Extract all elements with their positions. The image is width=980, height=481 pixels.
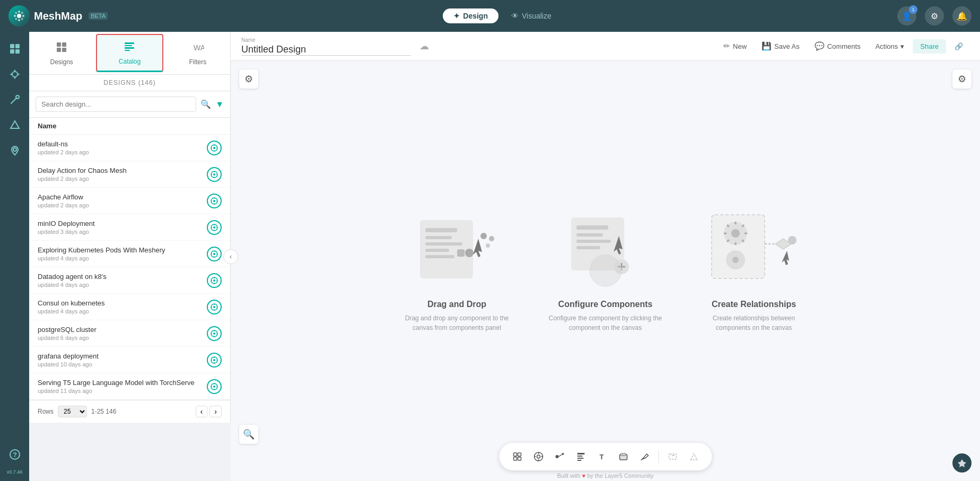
design-date: updated 4 days ago [38,255,165,261]
settings-button[interactable]: ⚙ [925,6,944,25]
rows-select[interactable]: 25 50 100 [58,406,87,417]
toolbar-muted2-button[interactable] [684,447,703,466]
pencil-icon: ✏ [723,41,730,51]
list-item[interactable]: Datadog agent on k8's updated 4 days ago [29,267,230,294]
list-item[interactable]: Apache Airflow updated 2 days ago [29,188,230,214]
toolbar-edit-button[interactable] [635,447,654,466]
canvas-dropper-button[interactable] [952,453,972,473]
canvas-settings-tr[interactable]: ⚙ [952,69,972,89]
filters-tab-label: Filters [189,58,206,66]
svg-rect-92 [425,228,457,232]
tab-designs[interactable]: Designs [29,32,94,74]
design-info: Exploring Kubernetes Pods With Meshery u… [38,246,165,261]
design-logo [207,247,222,261]
svg-rect-27 [125,45,132,46]
toolbar-muted1-button[interactable] [663,447,682,466]
comments-icon: 💬 [815,41,825,51]
notifications-button[interactable]: 🔔 [952,6,972,25]
design-name: Apache Airflow [38,193,89,201]
search-input[interactable] [36,97,196,112]
svg-rect-140 [577,458,583,459]
cloud-sync-icon[interactable]: ☁ [419,40,429,52]
design-date: updated 10 days ago [38,361,99,368]
list-item[interactable]: default-ns updated 2 days ago [29,135,230,161]
svg-point-137 [562,453,564,455]
svg-point-8 [15,18,17,20]
comments-button[interactable]: 💬 Comments [808,38,867,54]
svg-point-1 [18,11,20,13]
svg-rect-144 [620,453,626,456]
actions-button[interactable]: Actions ▾ [869,39,911,54]
sidebar-item-help[interactable]: ? [4,444,25,465]
prev-page-button[interactable]: ‹ [196,406,208,417]
next-page-button[interactable]: › [209,406,222,417]
sidebar-item-tools[interactable] [4,89,25,110]
list-item[interactable]: Delay Action for Chaos Mesh updated 2 da… [29,161,230,188]
toolbar-helm-button[interactable] [529,447,548,466]
top-tabs: ✦ Design 👁 Visualize [443,8,562,23]
svg-point-56 [213,253,215,255]
design-date: updated 2 days ago [38,149,89,155]
tab-catalog[interactable]: Catalog [96,34,163,72]
svg-point-32 [213,147,215,149]
top-nav-right: 👤 1 ⚙ 🔔 [897,6,972,25]
design-tab[interactable]: ✦ Design [443,8,498,23]
svg-point-19 [13,148,16,151]
sidebar-item-shapes[interactable] [4,115,25,136]
design-name-input[interactable] [241,44,411,56]
new-button[interactable]: ✏ New [717,38,753,54]
list-item[interactable]: Consul on kubernetes updated 4 days ago [29,294,230,320]
design-name-field: Name [241,37,411,56]
toolbar-select-button[interactable] [508,447,527,466]
list-item[interactable]: Exploring Kubernetes Pods With Meshery u… [29,241,230,267]
designs-list: default-ns updated 2 days ago Delay Acti… [29,135,230,400]
svg-point-16 [10,74,12,75]
panel-wrapper: Designs Catalog [29,32,231,481]
tab-filters[interactable]: WA Filters [165,32,230,74]
toolbar-text-button[interactable] [571,447,590,466]
list-item[interactable]: Serving T5 Large Language Model with Tor… [29,373,230,400]
svg-point-100 [489,236,494,241]
toolbar-layer-button[interactable] [614,447,633,466]
design-logo [207,353,222,368]
list-item[interactable]: grafana deployment updated 10 days ago [29,347,230,373]
svg-point-17 [18,74,19,75]
sidebar-item-designs[interactable] [4,64,25,85]
sidebar-item-map[interactable] [4,140,25,161]
share-link-button[interactable]: 🔗 [948,39,969,54]
design-icon: ✦ [453,12,460,20]
sidebar-item-grid[interactable] [4,38,25,59]
svg-rect-23 [62,42,66,47]
filter-button[interactable]: ▼ [215,100,224,109]
rows-label: Rows [38,408,54,415]
svg-point-110 [590,255,622,286]
user-avatar-button[interactable]: 👤 1 [897,6,916,25]
design-date: updated 4 days ago [38,282,107,288]
heart-icon: ♥ [582,473,586,479]
svg-rect-126 [513,453,517,456]
svg-rect-146 [669,454,676,459]
toolbar-connect-button[interactable] [550,447,569,466]
share-button[interactable]: Share [913,39,946,54]
canvas-zoom-button[interactable]: 🔍 [239,425,258,444]
svg-rect-96 [425,255,454,258]
design-info: Datadog agent on k8's updated 4 days ago [38,273,107,288]
svg-point-6 [21,18,23,20]
search-button[interactable]: 🔍 [200,99,211,109]
list-item[interactable]: minIO Deployment updated 3 days ago [29,214,230,241]
toolbar-type-button[interactable]: T [592,447,611,466]
save-as-button[interactable]: 💾 Save As [755,38,806,54]
svg-point-15 [14,77,15,79]
drag-drop-illustration [409,209,505,289]
link-icon: 🔗 [955,42,963,50]
list-item[interactable]: postgreSQL cluster updated 6 days ago [29,320,230,347]
feature-drag-drop: Drag and Drop Drag and drop any componen… [399,209,515,333]
canvas-header: Name ☁ ✏ New 💾 Save As 💬 Comments A [231,32,980,61]
collapse-panel-button[interactable]: ‹ [223,249,238,264]
svg-text:?: ? [13,451,17,459]
canvas-settings-tl[interactable]: ⚙ [239,69,258,89]
visualize-tab[interactable]: 👁 Visualize [501,8,562,23]
design-name: default-ns [38,140,89,148]
design-info: Serving T5 Large Language Model with Tor… [38,379,195,394]
svg-point-74 [213,333,215,335]
